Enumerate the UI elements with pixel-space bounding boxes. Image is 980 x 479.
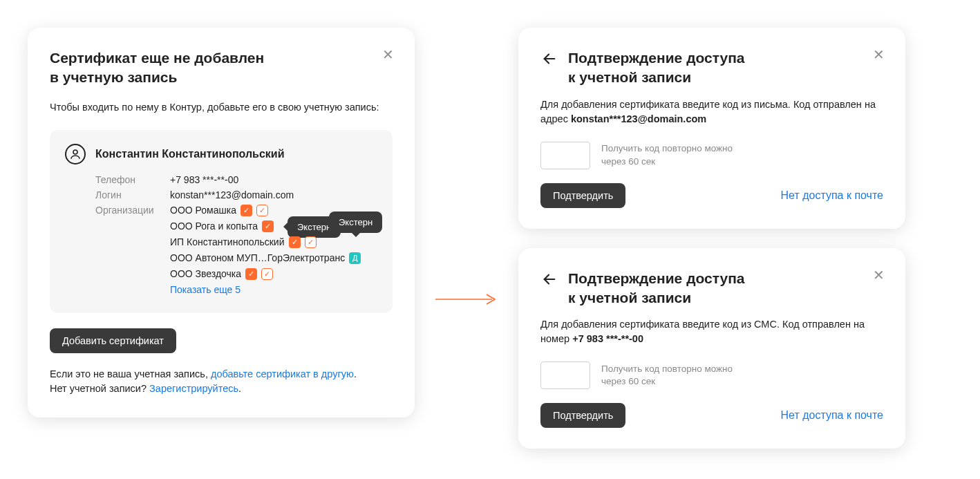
profile-name: Константин Константинопольский: [95, 148, 285, 160]
phone-value: +7 983 ***-**-00: [170, 174, 238, 185]
back-icon[interactable]: [540, 270, 558, 288]
footer-text2a: Нет учетной записи?: [50, 383, 149, 394]
dialog-description: Для добавления сертификата введите код и…: [540, 317, 883, 346]
title-line1: Подтверждение доступа: [568, 270, 745, 286]
title-line1: Подтверждение доступа: [568, 50, 745, 66]
product-badge-icon[interactable]: ✓: [256, 205, 268, 216]
code-input[interactable]: [540, 361, 590, 389]
product-badge-icon[interactable]: ✓: [245, 268, 257, 280]
login-value: konstan***123@domain.com: [170, 189, 294, 200]
masked-phone: +7 983 ***-**-00: [572, 333, 643, 344]
profile-box: Константин Константинопольский Телефон +…: [50, 130, 393, 313]
retry-timer: Получить код повторно можно через 60 сек: [601, 363, 746, 389]
product-badge-icon[interactable]: ✓: [241, 205, 252, 216]
add-cert-dialog: ✕ Сертификат еще не добавлен в учетную з…: [28, 28, 415, 417]
org-name: ООО Рога и копыта: [170, 220, 258, 232]
dialog-title: Сертификат еще не добавлен в учетную зап…: [50, 48, 393, 88]
footer-text: Если это не ваша учетная запись, добавьт…: [50, 367, 393, 397]
dialog-title: Подтверждение доступа к учетной записи: [568, 269, 766, 308]
add-to-other-link[interactable]: добавьте сертификат в другую: [211, 368, 354, 379]
show-more-link[interactable]: Показать еще 5: [170, 284, 361, 295]
no-email-access-link[interactable]: Нет доступа к почте: [781, 189, 883, 202]
close-icon[interactable]: ✕: [380, 47, 395, 62]
close-icon[interactable]: ✕: [871, 267, 886, 283]
org-item: ООО Звездочка ✓ ✓: [170, 268, 361, 280]
confirm-button[interactable]: Подтвердить: [540, 183, 625, 208]
register-link[interactable]: Зарегистрируйтесь: [149, 383, 238, 394]
dialog-title: Подтверждение доступа к учетной записи: [568, 48, 766, 88]
dialog-description: Для добавления сертификата введите код и…: [540, 97, 883, 126]
org-list: ООО Ромашка ✓ ✓ ООО Рога и копыта ✓ Экст…: [170, 205, 361, 295]
org-item: ИП Константинопольский ✓ ✓ Экстерн: [170, 236, 361, 248]
title-line2: к учетной записи: [568, 69, 691, 85]
org-name: ООО Ромашка: [170, 205, 236, 216]
tooltip: Экстерн: [329, 212, 382, 233]
dialog-subtitle: Чтобы входить по нему в Контур, добавьте…: [50, 100, 393, 115]
arrow-right-icon: [435, 292, 498, 309]
user-icon: [65, 144, 86, 165]
masked-email: konstan***123@domain.com: [571, 113, 706, 124]
footer-text2b: .: [238, 383, 241, 394]
org-name: ИП Константинопольский: [170, 236, 285, 247]
product-badge-icon[interactable]: ✓: [289, 236, 301, 248]
product-badge-icon[interactable]: ✓: [305, 236, 317, 248]
org-item: ООО Автоном МУП…ГорЭлектротранс Д: [170, 252, 361, 264]
product-badge-icon[interactable]: Д: [349, 252, 361, 264]
close-icon[interactable]: ✕: [871, 47, 886, 62]
title-line2: в учетную запись: [50, 69, 177, 85]
phone-label: Телефон: [95, 174, 170, 185]
no-email-access-link[interactable]: Нет доступа к почте: [781, 409, 883, 422]
login-label: Логин: [95, 189, 170, 200]
footer-text1b: .: [354, 368, 357, 379]
product-badge-icon[interactable]: ✓: [262, 220, 274, 232]
add-cert-button[interactable]: Добавить сертификат: [50, 328, 176, 353]
orgs-label: Организации: [95, 205, 170, 216]
confirm-sms-dialog: ✕ Подтверждение доступа к учетной записи…: [518, 248, 905, 449]
retry-timer: Получить код повторно можно через 60 сек: [601, 142, 746, 169]
product-badge-icon[interactable]: ✓: [261, 268, 273, 280]
code-input[interactable]: [540, 142, 590, 169]
title-line2: к учетной записи: [568, 290, 691, 306]
confirm-button[interactable]: Подтвердить: [540, 403, 625, 428]
org-name: ООО Звездочка: [170, 268, 241, 279]
svg-point-0: [73, 150, 77, 154]
confirm-email-dialog: ✕ Подтверждение доступа к учетной записи…: [518, 28, 905, 229]
footer-text1a: Если это не ваша учетная запись,: [50, 368, 211, 379]
back-icon[interactable]: [540, 50, 558, 68]
org-name: ООО Автоном МУП…ГорЭлектротранс: [170, 252, 345, 263]
title-line1: Сертификат еще не добавлен: [50, 50, 264, 66]
